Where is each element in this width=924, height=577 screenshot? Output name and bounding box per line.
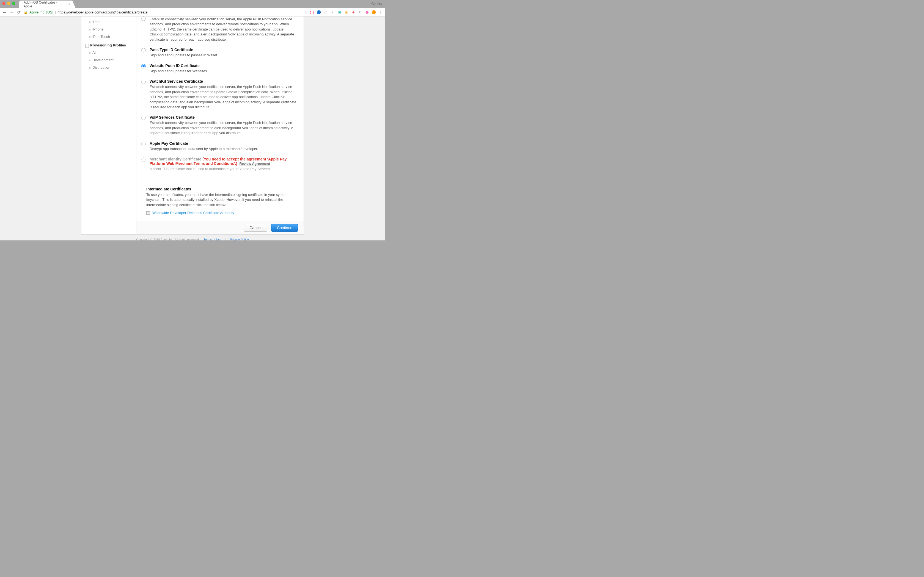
- sidebar-section-provisioning[interactable]: Provisioning Profiles: [81, 40, 136, 49]
- sidebar-item-label: iPhone: [92, 27, 103, 31]
- chrome-menu-icon[interactable]: ⋮: [378, 10, 383, 15]
- grey-ext-icon-1[interactable]: ◌: [323, 10, 328, 15]
- wwdr-cert-link[interactable]: Worldwide Developer Relations Certificat…: [152, 211, 234, 215]
- page-footer: Copyright © 2018 Apple Inc. All rights r…: [81, 238, 304, 240]
- option-title-text: Merchant Identity Certificate: [150, 157, 201, 161]
- certificate-options: Apple Push Notification service SSL (San…: [136, 16, 304, 177]
- browser-toolbar: ← → ⟳ 🔒 Apple Inc. [US] | https://develo…: [0, 8, 385, 16]
- certificate-file-icon: [146, 211, 150, 214]
- intermediate-certs-section: Intermediate Certificates To use your ce…: [136, 187, 304, 221]
- sidebar-item-label: iPod Touch: [92, 35, 110, 39]
- footer-separator: |: [225, 238, 226, 240]
- option-desc: Decrypt app transaction data sent by App…: [150, 147, 297, 152]
- option-desc: Sign and send updates for Websites.: [150, 69, 297, 74]
- intermediate-heading: Intermediate Certificates: [146, 187, 299, 191]
- option-merchant: Merchant Identity Certificate (You need …: [141, 157, 299, 171]
- window-controls: [2, 2, 15, 5]
- lock-icon: 🔒: [24, 10, 28, 14]
- option-title: Website Push ID Certificate: [150, 63, 297, 68]
- option-pass-type[interactable]: Pass Type ID Certificate Sign and send u…: [141, 48, 299, 58]
- page-viewport: iPad iPhone iPod Touch Provisioning Prof…: [0, 16, 385, 240]
- option-desc: A client TLS certificate that is used to…: [150, 166, 297, 171]
- red-plus-ext-icon[interactable]: ✚: [351, 10, 355, 15]
- url-text: https://developer.apple.com/account/ios/…: [58, 10, 147, 14]
- option-title: WatchKit Services Certificate: [150, 79, 297, 84]
- option-desc: Establish connectivity between your noti…: [150, 17, 297, 42]
- option-desc: Establish connectivity between your noti…: [150, 84, 297, 110]
- browser-profile-label[interactable]: Серëга: [372, 2, 382, 6]
- sidebar-item-iphone[interactable]: iPhone: [81, 26, 136, 33]
- radio-watchkit[interactable]: [141, 80, 146, 84]
- sidebar: iPad iPhone iPod Touch Provisioning Prof…: [81, 16, 136, 234]
- privacy-link[interactable]: Privacy Policy: [230, 238, 249, 240]
- browser-tab[interactable]: Add - iOS Certificates - Apple ×: [19, 0, 73, 8]
- option-title: VoIP Services Certificate: [150, 115, 297, 119]
- id-ext-icon[interactable]: iD: [358, 10, 362, 15]
- extension-icons: ◯ 🔵 ◌ ● ▣ ◉ ✚ iD ◎ 🟠 ⋮: [310, 10, 383, 15]
- sidebar-item-label: Development: [92, 58, 113, 62]
- browser-tabbar: Add - iOS Certificates - Apple × Серëга: [0, 0, 385, 8]
- circle-ext-icon[interactable]: ◎: [365, 10, 369, 15]
- option-website-push[interactable]: Website Push ID Certificate Sign and sen…: [141, 63, 299, 74]
- sidebar-item-label: All: [92, 50, 96, 55]
- sidebar-item-all[interactable]: All: [81, 49, 136, 56]
- teal-ext-icon[interactable]: ▣: [337, 10, 342, 15]
- terms-link[interactable]: Terms of Use: [204, 238, 221, 240]
- address-bar[interactable]: 🔒 Apple Inc. [US] | https://developer.ap…: [24, 10, 302, 14]
- window-close-button[interactable]: [2, 2, 5, 5]
- sidebar-item-label: iPad: [92, 20, 100, 24]
- sidebar-item-ipad[interactable]: iPad: [81, 18, 136, 26]
- radio-voip[interactable]: [141, 116, 146, 120]
- copyright-text: Copyright © 2018 Apple Inc. All rights r…: [136, 238, 200, 240]
- action-bar: Cancel Continue: [136, 221, 304, 234]
- radio-website-push[interactable]: [141, 64, 146, 68]
- cancel-label: Cancel: [249, 226, 262, 230]
- grey-ext-icon-2[interactable]: ●: [330, 10, 335, 15]
- radio-apns[interactable]: [141, 16, 146, 21]
- option-voip[interactable]: VoIP Services Certificate Establish conn…: [141, 115, 299, 135]
- orange-ext-icon[interactable]: ◉: [344, 10, 349, 15]
- cancel-button[interactable]: Cancel: [244, 224, 267, 232]
- opera-ext-icon[interactable]: ◯: [310, 10, 314, 15]
- sidebar-item-ipod[interactable]: iPod Touch: [81, 33, 136, 40]
- option-watchkit[interactable]: WatchKit Services Certificate Establish …: [141, 79, 299, 110]
- option-apple-pay[interactable]: Apple Pay Certificate Decrypt app transa…: [141, 141, 299, 152]
- option-desc: Sign and send updates to passes in Walle…: [150, 53, 297, 58]
- ev-cert-label: Apple Inc. [US]: [29, 10, 53, 14]
- continue-label: Continue: [277, 226, 292, 230]
- sidebar-item-label: Distribution: [92, 65, 110, 69]
- window-maximize-button[interactable]: [12, 2, 15, 5]
- option-title: Merchant Identity Certificate (You need …: [150, 157, 297, 166]
- nav-reload-button[interactable]: ⟳: [16, 10, 21, 15]
- tab-title: Add - iOS Certificates - Apple: [24, 0, 66, 8]
- window-minimize-button[interactable]: [7, 2, 10, 5]
- intermediate-text: To use your certificates, you must have …: [146, 192, 299, 208]
- rainbow-ext-icon[interactable]: 🟠: [372, 10, 376, 15]
- bookmark-star-icon[interactable]: ☆: [304, 10, 307, 14]
- nav-forward-button[interactable]: →: [9, 10, 14, 15]
- sidebar-item-development[interactable]: Development: [81, 56, 136, 64]
- radio-merchant: [141, 158, 146, 162]
- continue-button[interactable]: Continue: [271, 224, 298, 232]
- content-panel: iPad iPhone iPod Touch Provisioning Prof…: [81, 16, 304, 235]
- sidebar-section-label: Provisioning Profiles: [90, 43, 126, 47]
- tab-close-icon[interactable]: ×: [68, 2, 70, 6]
- url-separator: |: [55, 10, 56, 14]
- radio-apple-pay[interactable]: [141, 142, 146, 146]
- option-title: Apple Pay Certificate: [150, 141, 297, 146]
- radio-pass-type[interactable]: [141, 48, 146, 53]
- sidebar-item-distribution[interactable]: Distribution: [81, 64, 136, 71]
- nav-back-button[interactable]: ←: [2, 10, 7, 15]
- review-agreement-link[interactable]: Review Agreement: [239, 162, 270, 166]
- color-ext-icon[interactable]: 🔵: [317, 10, 321, 15]
- main-content: Apple Push Notification service SSL (San…: [136, 16, 304, 234]
- option-apns[interactable]: Apple Push Notification service SSL (San…: [141, 16, 299, 42]
- option-desc: Establish connectivity between your noti…: [150, 120, 297, 135]
- option-title: Pass Type ID Certificate: [150, 48, 297, 52]
